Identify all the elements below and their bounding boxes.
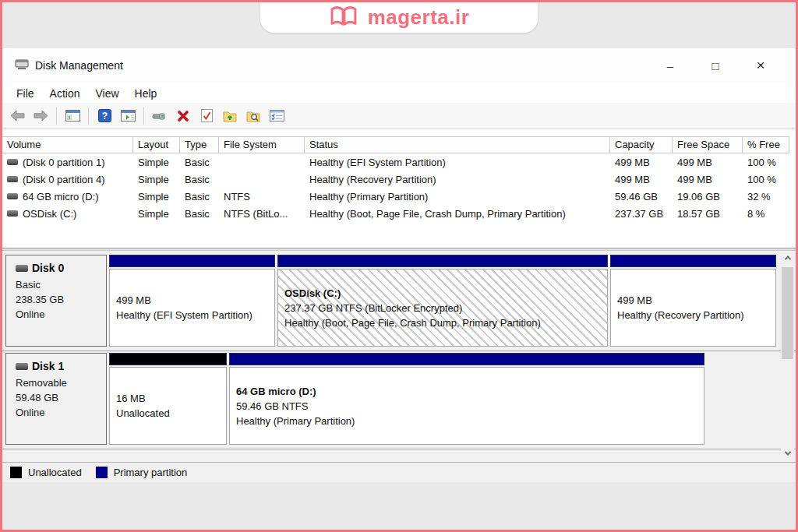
column-header-capacity[interactable]: Capacity [610, 137, 673, 153]
partition-text-line: Unallocated [116, 406, 226, 421]
cell-volume: OSDisk (C:) [2, 205, 133, 222]
partition-block[interactable]: OSDisk (C:)237.37 GB NTFS (BitLocker Enc… [277, 255, 608, 347]
cell-type: Basic [180, 188, 219, 205]
cell-status: Healthy (Primary Partition) [305, 188, 610, 205]
partition-text-line: OSDisk (C:) [284, 286, 607, 301]
disk-info-line: Online [16, 405, 106, 420]
disk-row: Disk 1Removable59.48 GBOnline16 MBUnallo… [2, 351, 796, 449]
toolbar-separator [143, 107, 144, 125]
disk-label-panel[interactable]: Disk 1Removable59.48 GBOnline [5, 353, 107, 445]
menu-item-file[interactable]: File [9, 87, 42, 100]
partition-block[interactable]: 499 MBHealthy (Recovery Partition) [610, 255, 776, 347]
column-header-status[interactable]: Status [305, 137, 610, 153]
column-header-layout[interactable]: Layout [133, 137, 180, 153]
toolbar-separator [56, 107, 57, 125]
volume-icon [7, 176, 18, 182]
cell-layout: Simple [133, 171, 180, 188]
action-pane-icon[interactable] [118, 106, 138, 126]
forward-arrow-icon[interactable] [30, 106, 51, 126]
partition-body[interactable]: 64 GB micro (D:)59.46 GB NTFSHealthy (Pr… [229, 367, 704, 445]
folder-search-icon[interactable] [243, 106, 263, 126]
disk-icon [16, 265, 28, 272]
table-row[interactable]: OSDisk (C:)SimpleBasicNTFS (BitLo...Heal… [2, 205, 789, 222]
tool-icon[interactable] [150, 106, 170, 126]
partition-text-line: Healthy (Boot, Page File, Crash Dump, Pr… [284, 315, 607, 330]
table-row[interactable]: (Disk 0 partition 1)SimpleBasicHealthy (… [2, 153, 789, 171]
open-book-icon [329, 5, 358, 30]
check-document-icon[interactable] [196, 106, 217, 126]
legend-bar: UnallocatedPrimary partition [2, 462, 796, 482]
disk-info-line: Basic [16, 277, 106, 292]
partitions-area: 499 MBHealthy (EFI System Partition)OSDi… [109, 255, 776, 351]
cell-free_space: 499 MB [673, 171, 743, 188]
window-controls: – □ × [648, 57, 783, 74]
partition-text-line: 499 MB [116, 293, 274, 308]
column-header-free[interactable]: % Free [743, 137, 789, 153]
volume-icon [7, 159, 18, 165]
partition-block[interactable]: 499 MBHealthy (EFI System Partition) [109, 255, 275, 347]
cell-layout: Simple [133, 188, 180, 205]
cell-volume: (Disk 0 partition 1) [2, 153, 133, 171]
column-header-file-system[interactable]: File System [219, 137, 305, 153]
table-row[interactable]: (Disk 0 partition 4)SimpleBasicHealthy (… [2, 171, 789, 188]
cell-pct_free: 32 % [743, 188, 789, 205]
cell-layout: Simple [133, 205, 180, 222]
table-row[interactable]: 64 GB micro (D:)SimpleBasicNTFSHealthy (… [2, 188, 789, 205]
toolbar-separator [88, 107, 89, 125]
menu-bar: FileActionViewHelp [2, 83, 796, 103]
disk-label-panel[interactable]: Disk 0Basic238.35 GBOnline [5, 255, 107, 347]
title-bar: Disk Management – □ × [2, 48, 796, 83]
partition-body[interactable]: 499 MBHealthy (EFI System Partition) [109, 269, 275, 347]
cell-capacity: 499 MB [610, 153, 673, 171]
partition-text-line: 59.46 GB NTFS [236, 399, 704, 414]
close-button[interactable]: × [738, 57, 783, 74]
menu-item-view[interactable]: View [87, 87, 126, 100]
disk-info-line: 59.48 GB [16, 390, 106, 405]
delete-icon[interactable] [173, 106, 193, 126]
partition-body[interactable]: 499 MBHealthy (Recovery Partition) [610, 269, 776, 347]
partition-text-line: 499 MB [617, 293, 775, 308]
cell-free_space: 19.06 GB [673, 188, 743, 205]
legend-item-primary-partition: Primary partition [96, 467, 188, 478]
minimize-button[interactable]: – [648, 59, 693, 72]
partitions-area: 16 MBUnallocated64 GB micro (D:)59.46 GB… [109, 353, 704, 449]
vertical-scrollbar[interactable] [781, 251, 794, 460]
partition-color-bar [610, 255, 776, 267]
svg-text:?: ? [101, 111, 107, 122]
console-tree-icon[interactable] [62, 106, 83, 126]
cell-file_system [219, 171, 305, 188]
partition-text-line: Healthy (Primary Partition) [236, 414, 704, 428]
help-icon[interactable]: ? [94, 106, 115, 126]
scroll-up-button[interactable] [781, 251, 794, 264]
maximize-button[interactable]: □ [693, 59, 738, 72]
scroll-down-button[interactable] [781, 446, 794, 460]
column-header-type[interactable]: Type [180, 137, 219, 153]
partition-text-line: 237.37 GB NTFS (BitLocker Encrypted) [284, 301, 607, 315]
column-header-volume[interactable]: Volume [2, 137, 133, 153]
partition-block[interactable]: 64 GB micro (D:)59.46 GB NTFSHealthy (Pr… [229, 353, 704, 445]
cell-layout: Simple [133, 153, 180, 171]
partition-body[interactable]: 16 MBUnallocated [109, 367, 227, 445]
folder-up-icon[interactable] [220, 106, 240, 126]
scrollbar-thumb[interactable] [782, 267, 793, 359]
legend-swatch-unallocated [10, 467, 22, 478]
properties-icon[interactable] [267, 106, 287, 126]
cell-status: Healthy (Boot, Page File, Crash Dump, Pr… [305, 205, 610, 222]
column-header-free-space[interactable]: Free Space [673, 137, 743, 153]
volume-list-header: VolumeLayoutTypeFile SystemStatusCapacit… [2, 136, 789, 153]
cell-capacity: 499 MB [610, 171, 673, 188]
cell-free_space: 18.57 GB [673, 205, 743, 222]
volume-list: VolumeLayoutTypeFile SystemStatusCapacit… [2, 136, 789, 248]
cell-type: Basic [180, 171, 219, 188]
toolbar: ? [2, 103, 796, 129]
back-arrow-icon[interactable] [7, 106, 27, 126]
chevron-down-icon [784, 449, 790, 455]
app-icon [15, 58, 29, 73]
partition-color-bar [109, 255, 275, 267]
menu-item-help[interactable]: Help [127, 87, 165, 100]
legend-item-unallocated: Unallocated [10, 467, 82, 478]
menu-item-action[interactable]: Action [42, 87, 88, 100]
partition-body[interactable]: OSDisk (C:)237.37 GB NTFS (BitLocker Enc… [277, 269, 608, 347]
cell-pct_free: 8 % [743, 205, 789, 222]
partition-block[interactable]: 16 MBUnallocated [109, 353, 227, 445]
